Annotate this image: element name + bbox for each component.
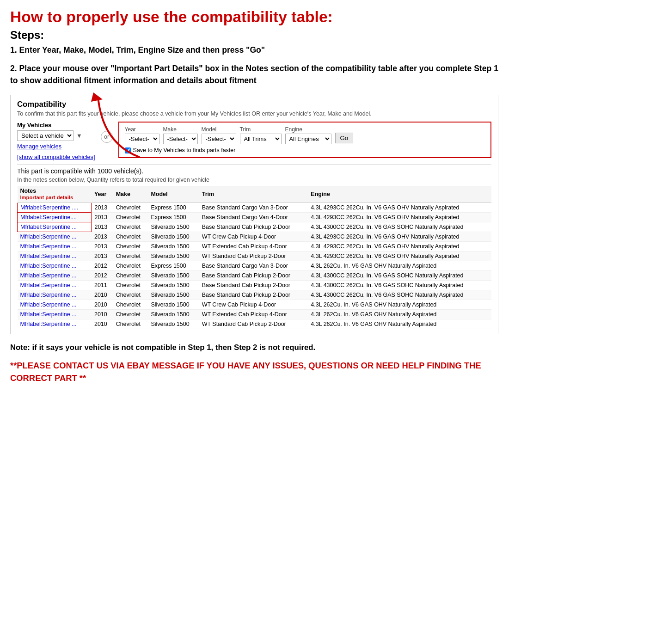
cell-model: Express 1500: [148, 213, 199, 222]
dropdown-arrow-icon: ▼: [76, 132, 82, 139]
contact-text: **PLEASE CONTACT US VIA EBAY MESSAGE IF …: [10, 359, 498, 385]
cell-trim: Base Standard Cargo Van 4-Door: [199, 213, 308, 222]
step1-text: 1. Enter Year, Make, Model, Trim, Engine…: [10, 44, 498, 56]
table-row: Mfrlabel:Serpentine ...2010ChevroletSilv…: [18, 300, 492, 310]
cell-year: 2012: [92, 271, 113, 281]
col-model: Model: [148, 186, 199, 203]
table-row: Mfrlabel:Serpentine ...2013ChevroletSilv…: [18, 242, 492, 251]
cell-year: 2010: [92, 319, 113, 329]
cell-make: Chevrolet: [113, 242, 148, 251]
cell-trim: Base Standard Cab Pickup 2-Door: [199, 290, 308, 300]
vehicle-select-row: Select a vehicle ▼: [17, 130, 95, 141]
table-row: Mfrlabel:Serpentine ...2013ChevroletSilv…: [18, 222, 492, 232]
cell-notes: Mfrlabel:Serpentine ...: [18, 300, 92, 310]
cell-engine: 4.3L 4293CC 262Cu. In. V6 GAS OHV Natura…: [308, 251, 491, 261]
cell-engine: 4.3L 4300CC 262Cu. In. V6 GAS SOHC Natur…: [308, 222, 491, 232]
cell-trim: Base Standard Cab Pickup 2-Door: [199, 281, 308, 290]
cell-engine: 4.3L 262Cu. In. V6 GAS OHV Naturally Asp…: [308, 300, 491, 310]
cell-make: Chevrolet: [113, 213, 148, 222]
go-button[interactable]: Go: [335, 133, 354, 143]
make-label: Make: [163, 126, 198, 133]
cell-make: Chevrolet: [113, 300, 148, 310]
cell-trim: WT Standard Cab Pickup 2-Door: [199, 319, 308, 329]
cell-year: 2013: [92, 232, 113, 242]
engine-field-group: Engine All Engines: [285, 126, 331, 144]
svg-marker-0: [91, 92, 103, 102]
cell-notes: Mfrlabel:Serpentine ....: [18, 203, 92, 213]
cell-make: Chevrolet: [113, 222, 148, 232]
make-field-group: Make -Select-: [163, 126, 198, 144]
cell-trim: Base Standard Cab Pickup 2-Door: [199, 271, 308, 281]
table-row: Mfrlabel:Serpentine ...2011ChevroletSilv…: [18, 281, 492, 290]
cell-trim: WT Crew Cab Pickup 4-Door: [199, 232, 308, 242]
cell-engine: 4.3L 262Cu. In. V6 GAS OHV Naturally Asp…: [308, 319, 491, 329]
compat-subtitle: To confirm that this part fits your vehi…: [17, 110, 491, 117]
table-row: Mfrlabel:Serpentine....2013ChevroletExpr…: [18, 213, 492, 222]
table-row: Mfrlabel:Serpentine ...2012ChevroletSilv…: [18, 271, 492, 281]
engine-label: Engine: [285, 126, 331, 133]
col-year: Year: [92, 186, 113, 203]
cell-year: 2012: [92, 261, 113, 271]
cell-notes: Mfrlabel:Serpentine ...: [18, 261, 92, 271]
table-row: Mfrlabel:Serpentine ...2010ChevroletSilv…: [18, 290, 492, 300]
cell-model: Silverado 1500: [148, 290, 199, 300]
cell-trim: Base Standard Cargo Van 3-Door: [199, 203, 308, 213]
cell-notes: Mfrlabel:Serpentine ...: [18, 232, 92, 242]
show-all-link[interactable]: [show all compatible vehicles]: [17, 153, 95, 160]
my-vehicles-label: My Vehicles: [17, 122, 95, 129]
cell-notes: Mfrlabel:Serpentine ...: [18, 310, 92, 319]
compatibility-table: Notes Important part details Year Make M…: [17, 186, 491, 329]
vehicle-select[interactable]: Select a vehicle: [17, 130, 74, 141]
cell-model: Silverado 1500: [148, 319, 199, 329]
table-row: Mfrlabel:Serpentine ...2010ChevroletSilv…: [18, 319, 492, 329]
table-body: Mfrlabel:Serpentine ....2013ChevroletExp…: [18, 203, 492, 329]
cell-engine: 4.3L 4293CC 262Cu. In. V6 GAS OHV Natura…: [308, 213, 491, 222]
quantity-note: In the notes section below, Quantity ref…: [17, 177, 491, 183]
cell-trim: Base Standard Cab Pickup 2-Door: [199, 222, 308, 232]
cell-notes: Mfrlabel:Serpentine ...: [18, 251, 92, 261]
cell-year: 2013: [92, 251, 113, 261]
cell-model: Silverado 1500: [148, 310, 199, 319]
cell-trim: Base Standard Cargo Van 3-Door: [199, 261, 308, 271]
cell-notes: Mfrlabel:Serpentine ...: [18, 281, 92, 290]
cell-model: Silverado 1500: [148, 251, 199, 261]
cell-model: Silverado 1500: [148, 242, 199, 251]
make-select[interactable]: -Select-: [163, 134, 198, 144]
cell-notes: Mfrlabel:Serpentine ...: [18, 319, 92, 329]
cell-make: Chevrolet: [113, 203, 148, 213]
main-title: How to properly use the compatibility ta…: [10, 8, 498, 26]
cell-engine: 4.3L 4293CC 262Cu. In. V6 GAS OHV Natura…: [308, 203, 491, 213]
cell-engine: 4.3L 262Cu. In. V6 GAS OHV Naturally Asp…: [308, 310, 491, 319]
cell-model: Express 1500: [148, 261, 199, 271]
compat-row: My Vehicles Select a vehicle ▼ Manage ve…: [17, 122, 491, 160]
col-notes: Notes Important part details: [18, 186, 92, 203]
cell-year: 2010: [92, 310, 113, 319]
cell-make: Chevrolet: [113, 281, 148, 290]
table-row: Mfrlabel:Serpentine ...2010ChevroletSilv…: [18, 310, 492, 319]
cell-year: 2011: [92, 281, 113, 290]
cell-make: Chevrolet: [113, 319, 148, 329]
cell-notes: Mfrlabel:Serpentine ...: [18, 271, 92, 281]
cell-year: 2013: [92, 203, 113, 213]
compatibility-section: Compatibility To confirm that this part …: [10, 95, 498, 334]
model-select[interactable]: -Select-: [202, 134, 236, 144]
arrow-icon: [89, 88, 158, 162]
trim-field-group: Trim All Trims: [240, 126, 282, 144]
cell-engine: 4.3L 4300CC 262Cu. In. V6 GAS SOHC Natur…: [308, 281, 491, 290]
notes-header: Notes: [20, 188, 37, 194]
manage-vehicles-link[interactable]: Manage vehicles: [17, 143, 95, 150]
engine-select[interactable]: All Engines: [285, 134, 331, 144]
cell-make: Chevrolet: [113, 310, 148, 319]
cell-engine: 4.3L 4300CC 262Cu. In. V6 GAS SOHC Natur…: [308, 271, 491, 281]
trim-select[interactable]: All Trims: [240, 134, 282, 144]
step2-text: 2. Place your mouse over "Important Part…: [10, 62, 498, 87]
cell-trim: WT Standard Cab Pickup 2-Door: [199, 251, 308, 261]
cell-notes: Mfrlabel:Serpentine ...: [18, 290, 92, 300]
cell-trim: WT Extended Cab Pickup 4-Door: [199, 242, 308, 251]
compatible-vehicles-text: This part is compatible with 1000 vehicl…: [17, 164, 491, 177]
notes-subheader: Important part details: [20, 195, 74, 200]
cell-model: Silverado 1500: [148, 300, 199, 310]
cell-make: Chevrolet: [113, 261, 148, 271]
cell-year: 2013: [92, 222, 113, 232]
table-row: Mfrlabel:Serpentine ...2013ChevroletSilv…: [18, 232, 492, 242]
